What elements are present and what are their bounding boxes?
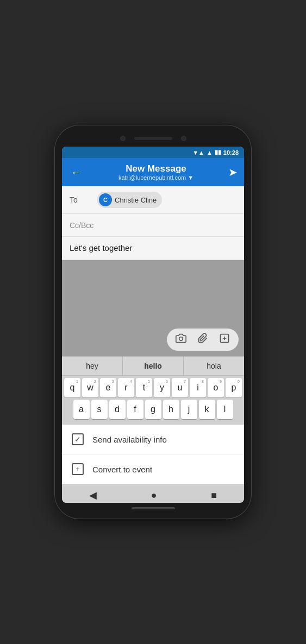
key-p[interactable]: 0p	[226, 378, 242, 397]
app-bar-title: New Message	[84, 163, 228, 174]
key-f[interactable]: f	[127, 400, 143, 419]
email-fields: To C Christie Cline Cc/Bcc Let's get tog…	[62, 186, 244, 260]
time-display: 10:28	[223, 149, 239, 156]
check-icon: ✓	[72, 433, 84, 445]
attach-button[interactable]	[196, 332, 209, 348]
front-sensor	[181, 136, 186, 141]
camera-button[interactable]	[174, 332, 188, 348]
keyboard-row-1: 1q 2w 3e 4r 5t 6y 7u 8i 9o 0p	[63, 378, 243, 397]
key-y[interactable]: 6y	[154, 378, 170, 397]
key-o[interactable]: 9o	[208, 378, 224, 397]
convert-to-event-item[interactable]: + Convert to event	[62, 454, 244, 484]
status-bar: ▼▲ ▲ ▮▮ 10:28	[62, 147, 244, 158]
autocomplete-hello[interactable]: hello	[123, 357, 184, 375]
key-j[interactable]: j	[181, 400, 197, 419]
key-w[interactable]: 2w	[82, 378, 98, 397]
app-bar-center: New Message katri@lucernepubintl.com ▼	[84, 163, 228, 181]
key-t[interactable]: 5t	[136, 378, 152, 397]
autocomplete-hey[interactable]: hey	[62, 357, 123, 375]
toolbar-buttons	[167, 329, 239, 351]
back-button[interactable]: ←	[68, 164, 84, 181]
key-e[interactable]: 3e	[100, 378, 116, 397]
cc-bcc-label: Cc/Bcc	[70, 221, 93, 230]
key-r[interactable]: 4r	[118, 378, 134, 397]
add-button[interactable]	[218, 332, 231, 348]
key-k[interactable]: k	[199, 400, 215, 419]
nav-recents-button[interactable]: ■	[211, 490, 217, 501]
key-l[interactable]: l	[217, 400, 233, 419]
home-indicator	[132, 507, 175, 509]
key-s[interactable]: s	[91, 400, 108, 419]
send-availability-item[interactable]: ✓ Send availability info	[62, 425, 244, 454]
subject-text: Let's get together	[70, 243, 132, 252]
bottom-sheet: ✓ Send availability info + Convert to ev…	[62, 425, 244, 484]
key-u[interactable]: 7u	[172, 378, 188, 397]
recipient-name: Christie Cline	[115, 196, 157, 204]
key-i[interactable]: 8i	[190, 378, 206, 397]
nav-back-button[interactable]: ◀	[89, 489, 97, 501]
autocomplete-bar: hey hello hola	[62, 356, 244, 376]
send-button[interactable]: ➤	[228, 166, 238, 179]
battery-icon: ▮▮	[215, 149, 221, 156]
send-availability-label: Send availability info	[92, 435, 167, 444]
to-field-row: To C Christie Cline	[62, 186, 244, 214]
recipient-avatar: C	[99, 193, 112, 206]
to-label: To	[70, 195, 97, 204]
dropdown-icon[interactable]: ▼	[188, 174, 193, 181]
compose-toolbar	[62, 325, 244, 356]
key-q[interactable]: 1q	[64, 378, 80, 397]
phone-screen: ▼▲ ▲ ▮▮ 10:28 ← New Message katri@lucern…	[62, 147, 244, 503]
phone-top-bar	[62, 132, 244, 147]
key-g[interactable]: g	[145, 400, 161, 419]
camera-dot	[120, 136, 126, 141]
message-body[interactable]	[62, 260, 244, 325]
app-bar-subtitle: katri@lucernepubintl.com ▼	[84, 174, 228, 181]
keyboard: 1q 2w 3e 4r 5t 6y 7u 8i 9o 0p a s d f g …	[62, 376, 244, 425]
phone-frame: ▼▲ ▲ ▮▮ 10:28 ← New Message katri@lucern…	[54, 125, 252, 519]
status-icons: ▼▲ ▲ ▮▮ 10:28	[192, 149, 239, 156]
app-bar: ← New Message katri@lucernepubintl.com ▼…	[62, 158, 244, 186]
subject-row[interactable]: Let's get together	[62, 237, 244, 260]
convert-to-event-label: Convert to event	[92, 465, 152, 474]
key-a[interactable]: a	[73, 400, 90, 419]
wifi-icon: ▼▲	[192, 149, 204, 156]
key-d[interactable]: d	[109, 400, 126, 419]
key-h[interactable]: h	[163, 400, 179, 419]
nav-home-button[interactable]: ●	[151, 490, 157, 501]
nav-bar: ◀ ● ■	[62, 484, 244, 503]
signal-icon: ▲	[207, 149, 213, 156]
cc-bcc-row[interactable]: Cc/Bcc	[62, 214, 244, 237]
recipient-chip[interactable]: C Christie Cline	[97, 192, 162, 208]
svg-point-0	[179, 337, 183, 341]
speaker-bar	[134, 137, 172, 140]
sender-email: katri@lucernepubintl.com	[118, 174, 186, 181]
autocomplete-hola[interactable]: hola	[184, 357, 244, 375]
plus-square-icon: +	[72, 463, 84, 475]
phone-bottom-bar	[62, 503, 244, 512]
keyboard-row-2: a s d f g h j k l	[63, 400, 243, 419]
